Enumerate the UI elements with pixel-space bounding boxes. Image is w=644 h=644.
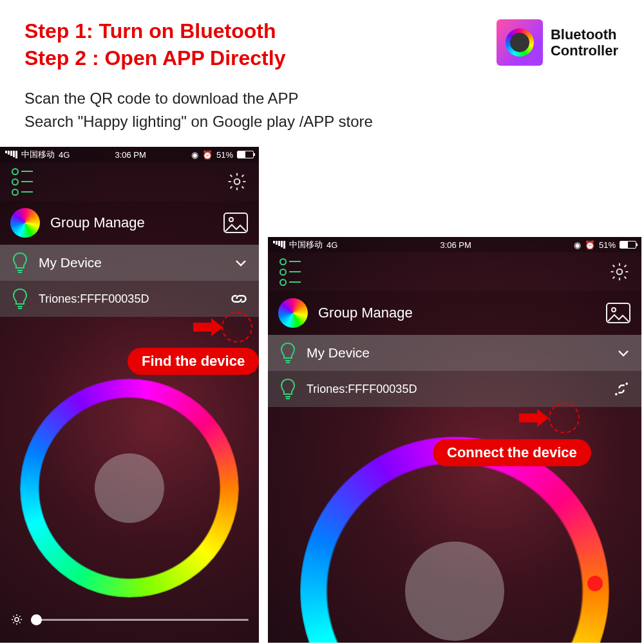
signal-icon <box>273 241 285 249</box>
battery-icon <box>237 151 254 158</box>
alarm-icon: ⏰ <box>202 150 213 160</box>
chevron-down-icon <box>233 255 249 270</box>
device-list-item[interactable]: Triones:FFFF00035D <box>268 371 641 407</box>
phone-screenshot-2: 中国移动 4G 3:06 PM ◉ ⏰ 51% Group Manage My … <box>268 237 641 643</box>
menu-list-icon[interactable] <box>279 258 301 286</box>
bulb-icon <box>10 251 30 274</box>
color-wheel-knob[interactable] <box>405 542 504 641</box>
color-wheel-handle[interactable] <box>587 576 603 591</box>
settings-gear-icon[interactable] <box>609 261 630 282</box>
svg-point-0 <box>234 179 240 185</box>
clock-label: 3:06 PM <box>440 240 471 250</box>
step-1-text: Step 1: Turn on Bluetooth <box>24 18 285 45</box>
bulb-icon <box>278 377 298 401</box>
brightness-low-icon <box>10 613 23 626</box>
status-bar: 中国移动 4G 3:06 PM ◉ ⏰ 51% <box>0 147 259 162</box>
phone-screenshot-1: 中国移动 4G 3:06 PM ◉ ⏰ 51% Group Manage My … <box>0 147 259 643</box>
signal-icon <box>5 151 17 158</box>
scan-qr-text: Scan the QR code to download the APP <box>24 87 373 110</box>
chevron-down-icon <box>616 345 631 361</box>
group-manage-row[interactable]: Group Manage <box>268 291 641 335</box>
status-bar: 中国移动 4G 3:06 PM ◉ ⏰ 51% <box>268 237 641 252</box>
color-wheel[interactable] <box>300 437 609 643</box>
color-wheel-knob[interactable] <box>95 453 165 524</box>
my-device-row[interactable]: My Device <box>0 245 259 281</box>
group-manage-label: Group Manage <box>50 214 213 231</box>
battery-icon <box>620 241 636 249</box>
image-picker-icon[interactable] <box>223 212 249 234</box>
my-device-row[interactable]: My Device <box>268 335 641 371</box>
app-icon <box>497 19 543 66</box>
svg-point-2 <box>229 218 233 222</box>
device-name-label: Triones:FFFF00035D <box>307 383 603 396</box>
carrier-label: 中国移动 <box>21 149 55 160</box>
svg-point-6 <box>612 308 616 312</box>
network-label: 4G <box>327 240 337 250</box>
alarm-icon: ⏰ <box>585 240 595 250</box>
location-icon: ◉ <box>191 150 198 160</box>
step-2-text: Step 2 : Open APP Directly <box>24 45 285 72</box>
image-picker-icon[interactable] <box>605 302 631 324</box>
color-ball-icon <box>278 298 308 328</box>
app-badge: Bluetooth Controller <box>497 19 618 66</box>
bulb-icon <box>278 341 298 365</box>
device-name-label: Triones:FFFF00035D <box>39 292 220 306</box>
link-icon[interactable] <box>229 289 249 308</box>
color-wheel[interactable] <box>20 379 239 598</box>
color-ball-icon <box>10 208 40 238</box>
battery-pct: 51% <box>599 240 616 250</box>
network-label: 4G <box>59 150 70 160</box>
app-badge-line1: Bluetooth <box>551 26 618 43</box>
group-manage-label: Group Manage <box>318 305 595 321</box>
battery-pct: 51% <box>216 150 233 160</box>
unlink-icon[interactable] <box>612 379 631 399</box>
location-icon: ◉ <box>574 240 581 250</box>
clock-label: 3:06 PM <box>115 150 146 160</box>
group-manage-row[interactable]: Group Manage <box>0 201 259 245</box>
carrier-label: 中国移动 <box>289 239 323 251</box>
my-device-label: My Device <box>307 345 607 361</box>
brightness-slider[interactable] <box>10 611 249 629</box>
search-app-text: Search "Happy lighting" on Google play /… <box>24 110 373 133</box>
menu-list-icon[interactable] <box>12 168 33 196</box>
my-device-label: My Device <box>39 255 224 270</box>
svg-point-4 <box>617 269 623 275</box>
device-list-item[interactable]: Triones:FFFF00035D <box>0 281 259 317</box>
bulb-icon <box>10 287 30 310</box>
app-badge-line2: Controller <box>551 43 618 59</box>
brightness-thumb[interactable] <box>31 614 42 625</box>
settings-gear-icon[interactable] <box>227 171 247 192</box>
svg-point-3 <box>15 618 19 621</box>
